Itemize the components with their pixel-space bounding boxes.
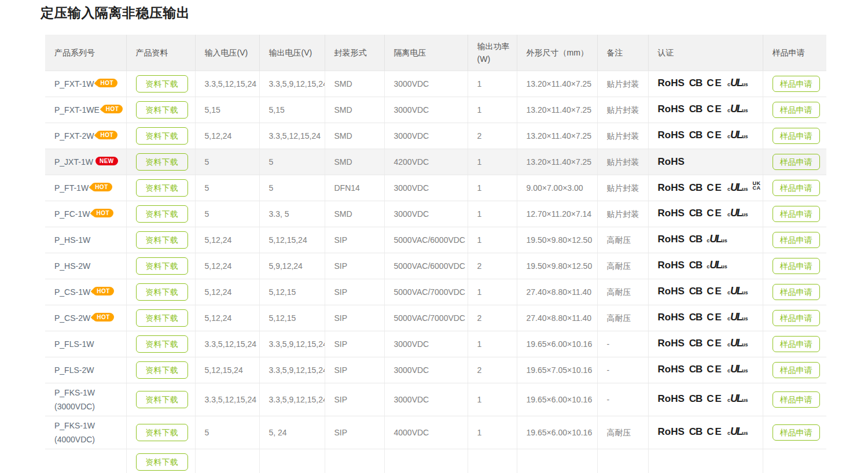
download-button[interactable]: 资料下载 <box>136 127 188 145</box>
ce-mark: CE <box>707 312 723 323</box>
dimensions-cell: 13.20×11.40×7.25 <box>517 71 597 97</box>
cul-us-mark-ul: UL <box>730 363 742 375</box>
product-series-link[interactable]: P_FLS-2W <box>54 365 94 375</box>
note-cell: - <box>597 331 648 357</box>
sample-request-button[interactable]: 样品申请 <box>773 336 820 352</box>
product-series-link[interactable]: P_JXT-1W <box>54 157 93 167</box>
certification-cell <box>648 449 763 473</box>
sample-request-button[interactable]: 样品申请 <box>773 76 820 92</box>
table-row: P_CS-2WHOT资料下载5,12,245,12,15SIP5000VAC/7… <box>45 305 826 331</box>
cul-us-mark: cULus <box>727 182 748 195</box>
sample-request-button[interactable]: 样品申请 <box>773 391 820 408</box>
output-voltage-cell: 5,9,12,24 <box>259 253 325 279</box>
page-title: 定压输入隔离非稳压输出 <box>41 3 868 22</box>
product-series-link[interactable]: P_FLS-1W <box>54 339 94 349</box>
column-header-size: 外形尺寸（mm） <box>517 35 597 71</box>
sample-request-button[interactable]: 样品申请 <box>773 284 820 300</box>
download-cell: 资料下载 <box>126 227 195 253</box>
input-voltage-cell: 5,12,24 <box>195 253 259 279</box>
sample-request-button[interactable]: 样品申请 <box>773 154 820 170</box>
output-power-cell <box>468 449 517 473</box>
product-series-link[interactable]: P_FXT-1W <box>54 79 94 88</box>
product-series-link[interactable]: P_FC-1W <box>54 209 90 219</box>
sample-request-button[interactable]: 样品申请 <box>773 180 820 196</box>
cul-us-mark-ul: UL <box>730 337 742 349</box>
sample-cell <box>763 449 826 473</box>
hot-badge: HOT <box>93 313 114 322</box>
sample-request-button[interactable]: 样品申请 <box>773 424 820 441</box>
download-button[interactable]: 资料下载 <box>136 101 188 119</box>
cul-us-mark-ul: UL <box>730 285 742 297</box>
rohs-mark: RoHS <box>658 182 685 194</box>
product-series-link[interactable]: P_HS-2W <box>54 261 90 271</box>
output-power-cell: 1 <box>468 149 517 175</box>
product-series-link[interactable]: P_CS-2W <box>54 313 90 323</box>
sample-request-button[interactable]: 样品申请 <box>773 102 820 118</box>
download-button[interactable]: 资料下载 <box>136 231 188 249</box>
download-button[interactable]: 资料下载 <box>136 283 188 301</box>
cul-us-mark-ul: UL <box>730 393 742 404</box>
product-series-link[interactable]: P_FXT-1WE <box>54 105 100 114</box>
cul-us-mark-us: us <box>742 316 748 322</box>
product-series-link[interactable]: P_FKS-1W <box>54 421 95 430</box>
certification-cell: RoHS <box>648 149 763 175</box>
sample-request-button[interactable]: 样品申请 <box>773 232 820 248</box>
rohs-mark: RoHS <box>658 77 685 89</box>
table-row: P_FXT-1WHOT资料下载3.3,5,12,15,243.3,5,9,12,… <box>45 71 826 97</box>
table-row: P_FXT-2WHOT资料下载5,12,243.3,5,12,15,24SMD3… <box>45 123 826 149</box>
input-voltage-cell: 3.3,5,12,15,24 <box>195 71 259 97</box>
download-button[interactable]: 资料下载 <box>136 424 188 441</box>
cb-mark: CB <box>689 312 703 323</box>
output-power-cell: 1 <box>468 227 517 253</box>
product-series-link[interactable]: P_FXT-2W <box>54 131 94 141</box>
certification-cell: RoHSCBCEcULus <box>648 123 763 149</box>
download-button[interactable]: 资料下载 <box>136 453 188 471</box>
download-cell: 资料下载 <box>126 305 195 331</box>
product-series-cell: P_JXT-1WNEW <box>45 149 126 175</box>
column-header-note: 备注 <box>597 35 648 71</box>
sample-cell: 样品申请 <box>763 201 826 227</box>
download-button[interactable]: 资料下载 <box>136 257 188 275</box>
sample-request-button[interactable]: 样品申请 <box>773 206 820 222</box>
product-series-link[interactable]: P_CS-1W <box>54 287 90 297</box>
column-header-label: 隔离电压 <box>394 48 426 57</box>
download-cell: 资料下载 <box>126 331 195 357</box>
download-button[interactable]: 资料下载 <box>136 335 188 353</box>
dimensions-cell: 12.70×11.20×7.14 <box>517 201 597 227</box>
product-series-link[interactable]: P_FKS-1W <box>54 388 95 397</box>
cb-mark: CB <box>689 338 703 349</box>
download-cell: 资料下载 <box>126 201 195 227</box>
download-button[interactable]: 资料下载 <box>136 309 188 327</box>
cul-us-mark-ul: UL <box>730 129 742 141</box>
cul-us-mark-us: us <box>742 108 748 113</box>
certification-cell: RoHSCBCEcULusUKCA <box>648 175 763 201</box>
sample-request-button[interactable]: 样品申请 <box>773 310 820 326</box>
ce-mark: CE <box>707 182 723 194</box>
package-cell: SIP <box>325 331 384 357</box>
note-cell: 贴片封装 <box>597 201 648 227</box>
sample-request-button[interactable]: 样品申请 <box>773 258 820 274</box>
hot-badge: HOT <box>96 131 117 139</box>
certification-cell: RoHSCBCEcULus <box>648 383 763 416</box>
cul-us-mark: cULus <box>727 77 748 90</box>
download-button[interactable]: 资料下载 <box>136 153 188 171</box>
cul-us-mark: cULus <box>727 426 748 439</box>
product-series-link[interactable]: P_FT-1W <box>54 183 89 193</box>
download-button[interactable]: 资料下载 <box>136 205 188 223</box>
product-series-cell: P_FT-1WHOT <box>45 175 126 201</box>
note-cell: 高耐压 <box>597 305 648 331</box>
download-button[interactable]: 资料下载 <box>136 361 188 379</box>
product-series-link[interactable]: P_HS-1W <box>54 235 90 245</box>
sample-request-button[interactable]: 样品申请 <box>773 362 820 378</box>
output-voltage-cell: 5,12,15 <box>259 305 325 331</box>
isolation-voltage-cell: 3000VDC <box>384 357 468 383</box>
download-button[interactable]: 资料下载 <box>136 391 188 408</box>
download-button[interactable]: 资料下载 <box>136 179 188 197</box>
sample-request-button[interactable]: 样品申请 <box>773 128 820 144</box>
cul-us-mark-us: us <box>742 186 748 192</box>
certification-cell: RoHSCBcULus <box>648 253 763 279</box>
sample-cell: 样品申请 <box>763 253 826 279</box>
sample-cell: 样品申请 <box>763 383 826 416</box>
download-button[interactable]: 资料下载 <box>136 75 188 93</box>
column-header-sample: 样品申请 <box>763 35 826 71</box>
